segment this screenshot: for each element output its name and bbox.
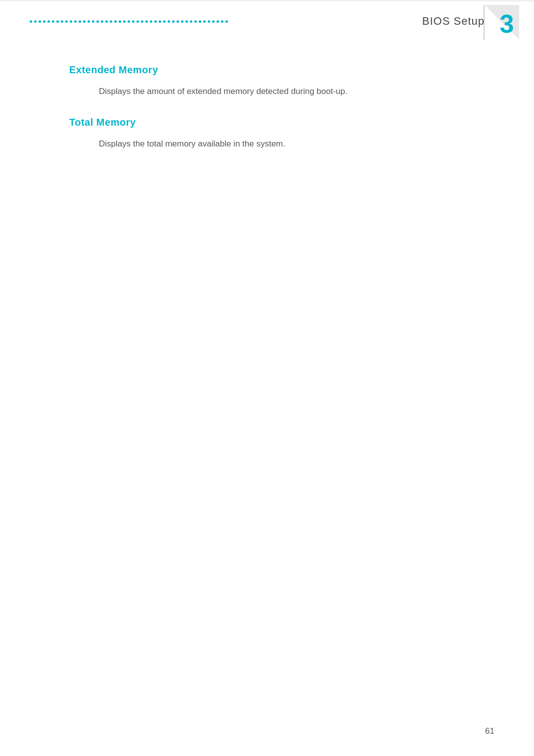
total-memory-heading: Total Memory: [69, 117, 475, 128]
header-dot: [194, 20, 197, 23]
header-dot: [199, 20, 201, 23]
header-dot: [83, 20, 86, 23]
header-dot: [168, 20, 170, 23]
header-title: BIOS Setup: [422, 15, 485, 28]
header-dot: [119, 20, 121, 23]
header-dot: [114, 20, 117, 23]
header-dot: [145, 20, 148, 23]
header-dot: [217, 20, 219, 23]
header-dot: [88, 20, 90, 23]
header-dot: [154, 20, 157, 23]
header-dot: [141, 20, 143, 23]
header-dot: [177, 20, 179, 23]
header-dot: [123, 20, 126, 23]
dots-line: [30, 20, 412, 23]
header-dot: [136, 20, 139, 23]
header-dot: [43, 20, 45, 23]
chapter-number: 3: [490, 8, 514, 37]
header-dot: [70, 20, 72, 23]
total-memory-section: Total Memory Displays the total memory a…: [69, 117, 475, 151]
header-dot: [163, 20, 166, 23]
header-dot: [159, 20, 161, 23]
header-dot: [203, 20, 206, 23]
header-dot: [79, 20, 81, 23]
header-dot: [190, 20, 192, 23]
chapter-badge: 3: [485, 5, 519, 40]
header-dot: [39, 20, 41, 23]
header: BIOS Setup: [0, 15, 534, 28]
header-dot: [128, 20, 130, 23]
header-dot: [52, 20, 54, 23]
total-memory-description: Displays the total memory available in t…: [99, 137, 475, 151]
header-dot: [47, 20, 50, 23]
header-dot: [181, 20, 183, 23]
header-dot: [110, 20, 112, 23]
header-dot: [172, 20, 175, 23]
extended-memory-heading: Extended Memory: [69, 64, 475, 76]
header-dot: [96, 20, 99, 23]
header-dot: [132, 20, 134, 23]
header-dot: [56, 20, 59, 23]
header-dot: [74, 20, 77, 23]
page-number: 61: [485, 726, 494, 736]
header-dot: [34, 20, 37, 23]
header-dot: [65, 20, 68, 23]
top-line: [0, 0, 534, 1]
header-dot: [185, 20, 188, 23]
header-dot: [208, 20, 210, 23]
header-dot: [150, 20, 152, 23]
header-dot: [61, 20, 63, 23]
header-dot: [221, 20, 223, 23]
extended-memory-description: Displays the amount of extended memory d…: [99, 85, 475, 99]
header-dot: [30, 20, 32, 23]
header-dot: [225, 20, 228, 23]
header-dot: [105, 20, 108, 23]
main-content: Extended Memory Displays the amount of e…: [69, 64, 475, 169]
header-dot: [212, 20, 215, 23]
page-container: BIOS Setup 3 Extended Memory Displays th…: [0, 0, 534, 756]
header-dot: [101, 20, 103, 23]
header-dot: [92, 20, 94, 23]
extended-memory-section: Extended Memory Displays the amount of e…: [69, 64, 475, 99]
